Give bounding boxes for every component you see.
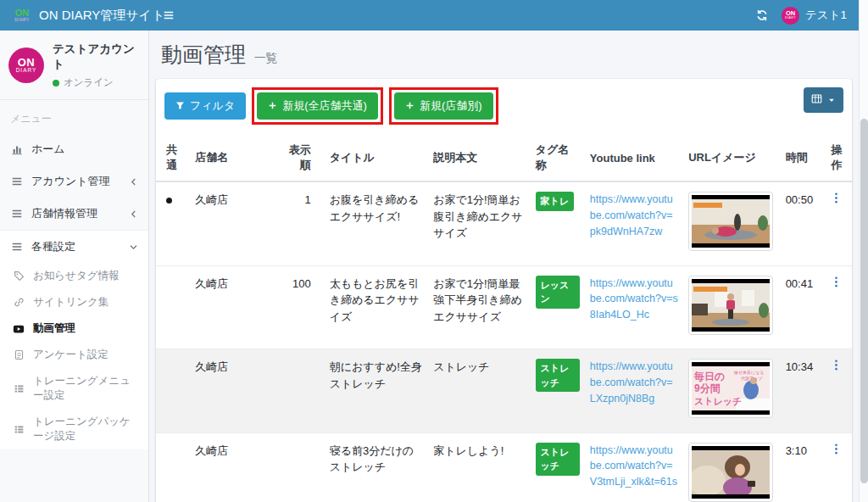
- plus-icon: [268, 100, 277, 113]
- view-options-button[interactable]: [804, 87, 843, 113]
- svg-text:ストレッチ: ストレッチ: [694, 396, 742, 406]
- row-actions-button[interactable]: [821, 265, 852, 349]
- page-scrollbar[interactable]: [859, 0, 868, 502]
- common-flag: [156, 432, 190, 502]
- column-header-9: 時間: [781, 135, 821, 181]
- youtube-link-cell: https://www.youtube.com/watch?v=pk9dWnHA…: [585, 181, 683, 265]
- video-duration: 3:10: [781, 432, 821, 502]
- account-name: テストアカウント: [53, 42, 140, 72]
- survey-icon: [12, 349, 25, 360]
- link-icon: [12, 297, 25, 308]
- filter-icon: [175, 100, 185, 113]
- caret-down-icon: [827, 94, 836, 107]
- tag-badge: 家トレ: [536, 192, 575, 211]
- scrollbar-thumb[interactable]: [860, 119, 868, 483]
- column-header-1: 共通: [156, 135, 190, 181]
- video-description: お家で1分!簡単最強下半身引き締めエクササイズ: [428, 265, 530, 349]
- column-header-10: 操作: [821, 135, 852, 181]
- video-duration: 00:41: [781, 265, 821, 349]
- column-header-7: Youtube link: [585, 135, 683, 181]
- store-name: 久崎店: [190, 349, 281, 433]
- brand-title: ON DIARY管理サイト: [39, 8, 164, 24]
- chevron-left-icon: [129, 177, 138, 187]
- thumbnail-cell: [683, 265, 780, 349]
- sidebar-item-site-links[interactable]: サイトリンク集: [0, 289, 148, 315]
- refresh-icon[interactable]: [756, 9, 768, 21]
- svg-text:痩せ体質になる: 痩せ体質になる: [733, 370, 764, 375]
- thumbnail-cell: [683, 181, 780, 265]
- tag-badge: ストレッチ: [536, 359, 580, 392]
- user-menu[interactable]: ONDIARY テスト1: [782, 7, 847, 25]
- youtube-link[interactable]: https://www.youtube.com/watch?v=LXzpn0jN…: [590, 359, 678, 406]
- youtube-link[interactable]: https://www.youtube.com/watch?v=V3tmLji_…: [590, 443, 678, 490]
- ellipsis-v-icon: [830, 361, 843, 374]
- video-description: 家トレしよう!: [428, 432, 530, 502]
- table-row: 久崎店寝る前3分だけのストレッチ家トレしよう!ストレッチhttps://www.…: [156, 432, 852, 502]
- brand[interactable]: ONDIARY ON DIARY管理サイト: [12, 5, 153, 25]
- sidebar-item-video-management[interactable]: 動画管理: [0, 315, 148, 342]
- tag-icon: [12, 271, 25, 282]
- common-dot-icon: [166, 198, 172, 204]
- row-actions-button[interactable]: [821, 181, 852, 265]
- sidebar-toggle-button[interactable]: [163, 9, 175, 21]
- row-actions-button[interactable]: [821, 349, 852, 433]
- thumbnail-cell: 毎日の9分間ストレッチ痩せ体質になる代謝アップ: [683, 349, 780, 433]
- store-name: 久崎店: [190, 181, 281, 265]
- top-navbar: ONDIARY ON DIARY管理サイト ONDIARY テスト1: [0, 0, 859, 31]
- sidebar-item-notice-tag-info[interactable]: お知らせタグ情報: [0, 263, 148, 289]
- tag-cell: ストレッチ: [531, 432, 585, 502]
- tag-badge: ストレッチ: [536, 443, 580, 476]
- sidebar-item-account-management[interactable]: アカウント管理: [0, 165, 148, 198]
- navbar-right: ONDIARY テスト1: [756, 7, 847, 25]
- common-flag: [156, 349, 190, 433]
- video-list-card: フィルタ 新規(全店舗共通) 新規(店舗別): [156, 79, 852, 502]
- list-alt-icon: [12, 424, 25, 435]
- video-title: 寝る前3分だけのストレッチ: [325, 432, 428, 502]
- user-name: テスト1: [805, 8, 847, 23]
- list-icon: [10, 176, 24, 187]
- settings-menu-group: 各種設定 お知らせタグ情報 サイトリンク集 動画管理 アンケート設: [0, 230, 148, 449]
- column-header-5: 説明本文: [428, 135, 530, 181]
- sidebar-item-training-package-settings[interactable]: トレーニングパッケージ設定: [0, 409, 148, 449]
- display-order: [282, 432, 325, 502]
- sidebar-item-settings[interactable]: 各種設定: [0, 231, 148, 263]
- store-name: 久崎店: [190, 432, 281, 502]
- sidebar-item-survey-settings[interactable]: アンケート設定: [0, 342, 148, 368]
- main-content: 動画管理 一覧 フィルタ 新規(全店舗共通) 新規(店舗: [149, 31, 859, 502]
- list-alt-icon: [12, 383, 25, 394]
- video-title: 朝におすすめ!全身ストレッチ: [325, 349, 428, 433]
- row-actions-button[interactable]: [821, 432, 852, 502]
- sidebar-nav: ホーム アカウント管理 店舗情報管理 各種設定 お知: [0, 133, 148, 449]
- ellipsis-v-icon: [830, 278, 843, 291]
- youtube-link-cell: https://www.youtube.com/watch?v=V3tmLji_…: [585, 432, 683, 502]
- youtube-link-cell: https://www.youtube.com/watch?v=LXzpn0jN…: [585, 349, 683, 433]
- chevron-left-icon: [129, 209, 138, 219]
- new-all-stores-button[interactable]: 新規(全店舗共通): [257, 92, 378, 120]
- video-thumbnail: [688, 276, 773, 335]
- svg-text:代謝アップ: 代謝アップ: [741, 376, 763, 382]
- video-thumbnail: [688, 443, 773, 502]
- tag-cell: ストレッチ: [531, 349, 585, 433]
- account-status: オンライン: [53, 76, 140, 89]
- page-title: 動画管理: [161, 41, 246, 69]
- page-subtitle: 一覧: [254, 51, 277, 66]
- youtube-link[interactable]: https://www.youtube.com/watch?v=s8Iah4LO…: [590, 276, 678, 323]
- thumbnail-cell: [683, 432, 780, 502]
- page-header: 動画管理 一覧: [156, 39, 852, 79]
- svg-text:毎日の: 毎日の: [693, 371, 725, 382]
- filter-button[interactable]: フィルタ: [164, 92, 246, 120]
- new-per-store-button[interactable]: 新規(店舗別): [394, 92, 493, 120]
- column-header-6: タグ名称: [531, 135, 585, 181]
- youtube-link-cell: https://www.youtube.com/watch?v=s8Iah4LO…: [585, 265, 683, 349]
- annotation-box: 新規(店舗別): [389, 87, 498, 125]
- video-description: お家で1分!簡単お腹引き締めエクササイズ: [428, 181, 530, 265]
- sidebar-item-home[interactable]: ホーム: [0, 133, 148, 165]
- user-avatar: ONDIARY: [782, 7, 799, 25]
- sidebar-item-training-menu-settings[interactable]: トレーニングメニュー設定: [0, 368, 148, 409]
- video-duration: 00:50: [781, 181, 821, 265]
- column-header-3: 表示順: [282, 135, 325, 181]
- youtube-link[interactable]: https://www.youtube.com/watch?v=pk9dWnHA…: [590, 192, 678, 239]
- tag-badge: レッスン: [536, 276, 580, 309]
- video-title: 太ももとお尻を引き締めるエクササイズ: [325, 265, 428, 349]
- sidebar-item-store-info-management[interactable]: 店舗情報管理: [0, 198, 148, 230]
